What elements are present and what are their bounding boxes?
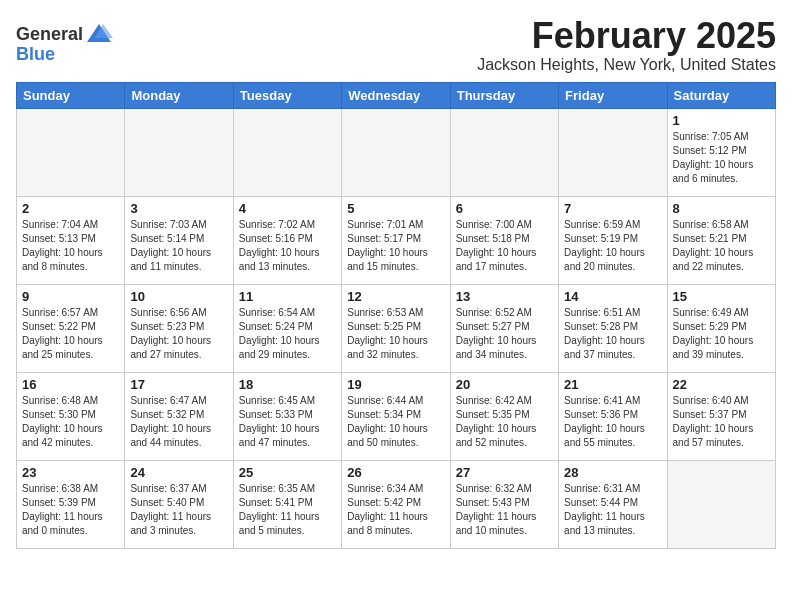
title-block: February 2025 Jackson Heights, New York,… [477,16,776,74]
day-info: Sunrise: 6:35 AM Sunset: 5:41 PM Dayligh… [239,482,336,538]
calendar-cell: 16Sunrise: 6:48 AM Sunset: 5:30 PM Dayli… [17,372,125,460]
logo: General Blue [16,20,113,65]
calendar-cell: 11Sunrise: 6:54 AM Sunset: 5:24 PM Dayli… [233,284,341,372]
calendar-cell [233,108,341,196]
day-number: 19 [347,377,444,392]
day-number: 23 [22,465,119,480]
calendar-cell: 24Sunrise: 6:37 AM Sunset: 5:40 PM Dayli… [125,460,233,548]
calendar-cell: 2Sunrise: 7:04 AM Sunset: 5:13 PM Daylig… [17,196,125,284]
calendar-cell: 22Sunrise: 6:40 AM Sunset: 5:37 PM Dayli… [667,372,775,460]
day-number: 15 [673,289,770,304]
day-number: 14 [564,289,661,304]
day-number: 28 [564,465,661,480]
col-header-friday: Friday [559,82,667,108]
day-info: Sunrise: 6:51 AM Sunset: 5:28 PM Dayligh… [564,306,661,362]
col-header-tuesday: Tuesday [233,82,341,108]
calendar-cell [559,108,667,196]
logo-blue: Blue [16,44,55,65]
day-number: 16 [22,377,119,392]
day-info: Sunrise: 6:45 AM Sunset: 5:33 PM Dayligh… [239,394,336,450]
col-header-thursday: Thursday [450,82,558,108]
day-number: 21 [564,377,661,392]
month-year: February 2025 [477,16,776,56]
day-number: 27 [456,465,553,480]
calendar-cell: 3Sunrise: 7:03 AM Sunset: 5:14 PM Daylig… [125,196,233,284]
day-info: Sunrise: 6:34 AM Sunset: 5:42 PM Dayligh… [347,482,444,538]
day-number: 8 [673,201,770,216]
day-number: 6 [456,201,553,216]
calendar-cell: 19Sunrise: 6:44 AM Sunset: 5:34 PM Dayli… [342,372,450,460]
day-number: 5 [347,201,444,216]
calendar-cell: 18Sunrise: 6:45 AM Sunset: 5:33 PM Dayli… [233,372,341,460]
day-info: Sunrise: 6:37 AM Sunset: 5:40 PM Dayligh… [130,482,227,538]
logo-icon [85,20,113,48]
calendar-cell [125,108,233,196]
day-info: Sunrise: 6:52 AM Sunset: 5:27 PM Dayligh… [456,306,553,362]
day-info: Sunrise: 6:54 AM Sunset: 5:24 PM Dayligh… [239,306,336,362]
day-number: 18 [239,377,336,392]
day-info: Sunrise: 7:04 AM Sunset: 5:13 PM Dayligh… [22,218,119,274]
calendar-week-row: 9Sunrise: 6:57 AM Sunset: 5:22 PM Daylig… [17,284,776,372]
day-number: 4 [239,201,336,216]
calendar-cell: 27Sunrise: 6:32 AM Sunset: 5:43 PM Dayli… [450,460,558,548]
day-info: Sunrise: 7:03 AM Sunset: 5:14 PM Dayligh… [130,218,227,274]
day-info: Sunrise: 7:01 AM Sunset: 5:17 PM Dayligh… [347,218,444,274]
calendar-cell: 23Sunrise: 6:38 AM Sunset: 5:39 PM Dayli… [17,460,125,548]
day-info: Sunrise: 7:02 AM Sunset: 5:16 PM Dayligh… [239,218,336,274]
day-number: 10 [130,289,227,304]
calendar-cell: 6Sunrise: 7:00 AM Sunset: 5:18 PM Daylig… [450,196,558,284]
calendar-cell: 20Sunrise: 6:42 AM Sunset: 5:35 PM Dayli… [450,372,558,460]
calendar-cell: 14Sunrise: 6:51 AM Sunset: 5:28 PM Dayli… [559,284,667,372]
calendar: SundayMondayTuesdayWednesdayThursdayFrid… [16,82,776,549]
day-info: Sunrise: 6:48 AM Sunset: 5:30 PM Dayligh… [22,394,119,450]
calendar-cell: 28Sunrise: 6:31 AM Sunset: 5:44 PM Dayli… [559,460,667,548]
day-number: 22 [673,377,770,392]
day-number: 11 [239,289,336,304]
logo-general: General [16,24,83,45]
col-header-sunday: Sunday [17,82,125,108]
day-number: 7 [564,201,661,216]
day-number: 1 [673,113,770,128]
day-number: 2 [22,201,119,216]
col-header-monday: Monday [125,82,233,108]
calendar-cell: 7Sunrise: 6:59 AM Sunset: 5:19 PM Daylig… [559,196,667,284]
calendar-cell: 21Sunrise: 6:41 AM Sunset: 5:36 PM Dayli… [559,372,667,460]
calendar-cell [667,460,775,548]
day-number: 17 [130,377,227,392]
calendar-week-row: 2Sunrise: 7:04 AM Sunset: 5:13 PM Daylig… [17,196,776,284]
col-header-wednesday: Wednesday [342,82,450,108]
day-info: Sunrise: 6:53 AM Sunset: 5:25 PM Dayligh… [347,306,444,362]
day-number: 24 [130,465,227,480]
day-info: Sunrise: 6:42 AM Sunset: 5:35 PM Dayligh… [456,394,553,450]
calendar-week-row: 16Sunrise: 6:48 AM Sunset: 5:30 PM Dayli… [17,372,776,460]
calendar-cell: 5Sunrise: 7:01 AM Sunset: 5:17 PM Daylig… [342,196,450,284]
calendar-cell: 17Sunrise: 6:47 AM Sunset: 5:32 PM Dayli… [125,372,233,460]
calendar-cell: 26Sunrise: 6:34 AM Sunset: 5:42 PM Dayli… [342,460,450,548]
day-info: Sunrise: 6:41 AM Sunset: 5:36 PM Dayligh… [564,394,661,450]
calendar-cell: 9Sunrise: 6:57 AM Sunset: 5:22 PM Daylig… [17,284,125,372]
calendar-cell: 1Sunrise: 7:05 AM Sunset: 5:12 PM Daylig… [667,108,775,196]
day-number: 26 [347,465,444,480]
day-number: 20 [456,377,553,392]
day-info: Sunrise: 6:47 AM Sunset: 5:32 PM Dayligh… [130,394,227,450]
calendar-cell [17,108,125,196]
day-info: Sunrise: 6:49 AM Sunset: 5:29 PM Dayligh… [673,306,770,362]
day-info: Sunrise: 7:00 AM Sunset: 5:18 PM Dayligh… [456,218,553,274]
calendar-cell [450,108,558,196]
calendar-cell: 15Sunrise: 6:49 AM Sunset: 5:29 PM Dayli… [667,284,775,372]
day-number: 9 [22,289,119,304]
location: Jackson Heights, New York, United States [477,56,776,74]
day-info: Sunrise: 6:40 AM Sunset: 5:37 PM Dayligh… [673,394,770,450]
calendar-cell: 4Sunrise: 7:02 AM Sunset: 5:16 PM Daylig… [233,196,341,284]
calendar-cell: 13Sunrise: 6:52 AM Sunset: 5:27 PM Dayli… [450,284,558,372]
header: General Blue February 2025 Jackson Heigh… [16,16,776,74]
day-number: 25 [239,465,336,480]
day-info: Sunrise: 6:58 AM Sunset: 5:21 PM Dayligh… [673,218,770,274]
day-info: Sunrise: 6:32 AM Sunset: 5:43 PM Dayligh… [456,482,553,538]
day-info: Sunrise: 6:59 AM Sunset: 5:19 PM Dayligh… [564,218,661,274]
calendar-cell [342,108,450,196]
calendar-header-row: SundayMondayTuesdayWednesdayThursdayFrid… [17,82,776,108]
day-info: Sunrise: 6:31 AM Sunset: 5:44 PM Dayligh… [564,482,661,538]
calendar-week-row: 1Sunrise: 7:05 AM Sunset: 5:12 PM Daylig… [17,108,776,196]
calendar-week-row: 23Sunrise: 6:38 AM Sunset: 5:39 PM Dayli… [17,460,776,548]
